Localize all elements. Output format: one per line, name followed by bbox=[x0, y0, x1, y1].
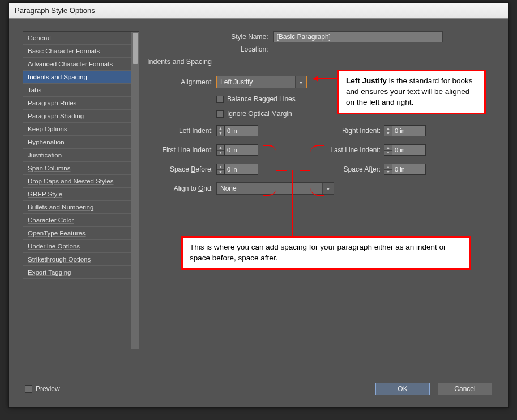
scrollbar[interactable] bbox=[131, 32, 139, 349]
left-indent-stepper[interactable]: ▲▼ bbox=[216, 125, 258, 136]
sidebar-item-opentype-features[interactable]: OpenType Features bbox=[23, 227, 139, 240]
main-panel: Style Name: Location: Indents and Spacin… bbox=[147, 31, 494, 368]
space-before-label: Space Before: bbox=[147, 165, 216, 173]
last-line-indent-input[interactable] bbox=[392, 144, 426, 156]
stepper-arrows-icon[interactable]: ▲▼ bbox=[384, 144, 392, 156]
annotation-line bbox=[300, 170, 310, 171]
style-name-input[interactable] bbox=[273, 31, 443, 42]
stepper-arrows-icon[interactable]: ▲▼ bbox=[384, 125, 392, 136]
right-indent-stepper[interactable]: ▲▼ bbox=[384, 125, 426, 136]
first-line-indent-input[interactable] bbox=[224, 144, 258, 156]
preview-label: Preview bbox=[36, 385, 60, 393]
annotation-line bbox=[318, 78, 337, 79]
chevron-down-icon[interactable] bbox=[295, 76, 306, 88]
space-before-stepper[interactable]: ▲▼ bbox=[216, 164, 258, 175]
balance-ragged-label: Balance Ragged Lines bbox=[227, 95, 296, 103]
last-line-indent-stepper[interactable]: ▲▼ bbox=[384, 144, 426, 156]
dialog-body: General Basic Character Formats Advanced… bbox=[9, 19, 508, 376]
preview-checkbox[interactable] bbox=[25, 385, 32, 393]
alignment-dropdown[interactable]: Left Justify bbox=[216, 76, 307, 88]
space-after-label: Space After: bbox=[321, 165, 384, 173]
annotation-bracket bbox=[263, 145, 276, 196]
dialog-title: Paragraph Style Options bbox=[15, 6, 95, 15]
balance-ragged-checkbox[interactable] bbox=[216, 96, 224, 103]
arrow-icon bbox=[313, 76, 318, 82]
sidebar-item-drop-caps[interactable]: Drop Caps and Nested Styles bbox=[23, 175, 139, 188]
titlebar[interactable]: Paragraph Style Options bbox=[9, 3, 508, 19]
sidebar-item-tabs[interactable]: Tabs bbox=[23, 84, 139, 97]
footer: Preview OK Cancel bbox=[9, 376, 508, 407]
sidebar-item-keep-options[interactable]: Keep Options bbox=[23, 123, 139, 136]
section-title: Indents and Spacing bbox=[147, 58, 494, 66]
cancel-button[interactable]: Cancel bbox=[438, 383, 492, 395]
sidebar-item-character-color[interactable]: Character Color bbox=[23, 214, 139, 227]
scrollbar-thumb[interactable] bbox=[133, 33, 138, 64]
sidebar-item-paragraph-shading[interactable]: Paragraph Shading bbox=[23, 110, 139, 123]
left-indent-input[interactable] bbox=[224, 125, 258, 136]
align-to-grid-label: Align to Grid: bbox=[147, 185, 216, 192]
first-line-indent-stepper[interactable]: ▲▼ bbox=[216, 144, 258, 156]
sidebar-list[interactable]: General Basic Character Formats Advanced… bbox=[23, 31, 139, 349]
sidebar-item-general[interactable]: General bbox=[23, 32, 139, 45]
ignore-optical-checkbox[interactable] bbox=[216, 110, 224, 118]
sidebar: General Basic Character Formats Advanced… bbox=[23, 31, 139, 368]
left-indent-label: Left Indent: bbox=[147, 127, 216, 135]
sidebar-item-export-tagging[interactable]: Export Tagging bbox=[23, 266, 139, 279]
sidebar-item-grep-style[interactable]: GREP Style bbox=[23, 188, 139, 201]
first-line-indent-label: First Line Indent: bbox=[147, 146, 216, 154]
stepper-arrows-icon[interactable]: ▲▼ bbox=[216, 125, 224, 136]
dialog: Paragraph Style Options General Basic Ch… bbox=[8, 2, 509, 408]
chevron-down-icon[interactable] bbox=[322, 183, 334, 194]
space-before-input[interactable] bbox=[224, 164, 258, 175]
stepper-arrows-icon[interactable]: ▲▼ bbox=[216, 144, 224, 156]
sidebar-item-hyphenation[interactable]: Hyphenation bbox=[23, 136, 139, 149]
space-after-stepper[interactable]: ▲▼ bbox=[384, 164, 426, 175]
callout-left-justify: Left Justify is the standard for books a… bbox=[337, 70, 486, 114]
sidebar-item-bullets-numbering[interactable]: Bullets and Numbering bbox=[23, 201, 139, 214]
ignore-optical-label: Ignore Optical Margin bbox=[227, 110, 292, 118]
sidebar-item-basic-character-formats[interactable]: Basic Character Formats bbox=[23, 45, 139, 58]
annotation-bracket bbox=[310, 145, 324, 196]
sidebar-item-indents-and-spacing[interactable]: Indents and Spacing bbox=[23, 71, 139, 84]
sidebar-item-span-columns[interactable]: Span Columns bbox=[23, 162, 139, 175]
stepper-arrows-icon[interactable]: ▲▼ bbox=[216, 164, 224, 175]
right-indent-label: Right Indent: bbox=[321, 127, 384, 135]
sidebar-item-justification[interactable]: Justification bbox=[23, 149, 139, 162]
right-indent-input[interactable] bbox=[392, 125, 426, 136]
location-label: Location: bbox=[199, 45, 273, 53]
ok-button[interactable]: OK bbox=[375, 383, 430, 395]
sidebar-item-advanced-character-formats[interactable]: Advanced Character Formats bbox=[23, 58, 139, 71]
style-name-label: Style Name: bbox=[199, 33, 273, 41]
sidebar-item-strikethrough-options[interactable]: Strikethrough Options bbox=[23, 253, 139, 266]
alignment-label: Alignment: bbox=[147, 78, 216, 86]
last-line-indent-label: Last Line Indent: bbox=[321, 146, 384, 154]
sidebar-item-paragraph-rules[interactable]: Paragraph Rules bbox=[23, 97, 139, 110]
stepper-arrows-icon[interactable]: ▲▼ bbox=[384, 164, 392, 175]
callout-spacing: This is where you can add spacing for yo… bbox=[181, 236, 471, 270]
space-after-input[interactable] bbox=[392, 164, 426, 175]
sidebar-item-underline-options[interactable]: Underline Options bbox=[23, 240, 139, 253]
annotation-line bbox=[276, 170, 287, 171]
